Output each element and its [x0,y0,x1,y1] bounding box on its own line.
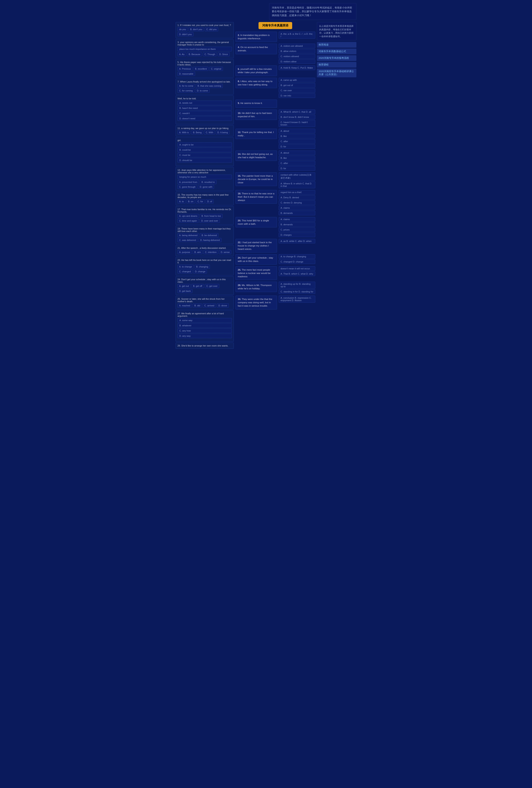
q8-opt-c[interactable]: C. ran over [279,88,315,93]
q18-opt-b[interactable]: C. denies D. denying [279,200,315,205]
q4-opt-a[interactable]: A. visitors are allowed [279,44,315,48]
q15-opt-a[interactable]: A. to [177,199,185,203]
q19-opt-c[interactable]: C. was delivered [177,238,198,242]
q11-opt-d[interactable]: D. It being [216,130,230,135]
q23-opt-a[interactable]: A. to change [177,264,194,269]
q3-opt-a[interactable]: A. As [177,52,186,56]
sidebar-link-apply[interactable]: 2020河南专升本的报考流程 [317,55,356,61]
q14-opt-c[interactable]: C. after [279,161,315,165]
q23-opt-d[interactable]: D. change [193,269,207,274]
q3-opt-c[interactable]: C. Though [203,52,217,56]
q10-opt-c[interactable]: C. haven't known D. hadn't known [279,120,315,127]
q24-opt-b[interactable]: C. changed D. change [279,259,315,264]
q25-opt-b[interactable]: B. did [193,303,202,308]
q6-opt[interactable]: A. Hold B. Keep C. Put D. Make [279,65,315,70]
sidebar-link-course[interactable]: 推荐课程 [317,62,356,67]
q24-opt-b[interactable]: B. get off [191,284,204,288]
q15-opt-d[interactable]: D. of [205,199,214,203]
q1-opt-a[interactable]: do you [177,27,188,32]
q15-opt-c[interactable]: C. for [196,199,205,203]
q13-opt-d[interactable]: D. gone with [198,185,214,189]
q19-opt-a[interactable]: A. being delivered [177,233,199,237]
q18-opt-c[interactable]: A. claims [279,205,315,210]
q11-opt-c[interactable]: C. With [204,130,215,135]
q8-opt-a[interactable]: A. came up with [279,78,315,82]
q5-opt-d[interactable]: D. reasonable [177,72,195,76]
q7-opt-b[interactable]: B. that she was coming [196,84,223,88]
q24-opt-a[interactable]: A. get out [177,284,191,288]
q21-opt-a[interactable]: A. purpose [177,250,192,254]
q14-opt-d[interactable]: D. for [279,166,315,171]
q13-opt-b[interactable]: B. resulted in [200,180,216,184]
q11b-opt-c[interactable]: C. must be [177,153,232,157]
sidebar-link-english-course[interactable]: 2020河南招专升本基础精讲课公共课（公共英语） [317,68,356,77]
q20-opt-d[interactable]: D. charges [279,233,315,237]
q23-opt-b[interactable]: B. changing [195,264,210,269]
q24-opt-d[interactable]: D. get back [177,289,193,293]
q8-opt-d[interactable]: D. ran into [279,93,315,98]
q1-opt-c[interactable]: C. did you [205,27,218,32]
q25-opt-a[interactable]: A. reached [177,303,192,308]
q3-opt-d[interactable]: D. Since [218,52,230,56]
q5-opt-b[interactable]: B. excellent [193,67,209,71]
sidebar-link-recommend[interactable]: 推荐阅读 [317,42,356,47]
q22-opt[interactable]: A. as B. while C. after D. when [279,239,315,243]
q10-opt-a[interactable]: A. What B. which C. that D. all [279,110,315,114]
q21-opt-d[interactable]: D. sense [219,250,231,254]
q12-opt-c[interactable]: C. after [279,139,315,144]
q17-opt-a[interactable]: A. ups and downs [177,214,199,218]
q4-opt-c[interactable]: C. visitors allowed [279,54,315,59]
q24-opt-c[interactable]: C. get over [205,284,219,288]
q20-opt-c[interactable]: C. prices [279,228,315,232]
q17-opt-b[interactable]: B. from head to toe [200,214,222,218]
q8-opt-b[interactable]: B. got out of [279,83,315,87]
q11-opt-a[interactable]: A. With is [177,130,190,135]
q27-opt-a[interactable]: A. some way [177,318,232,322]
q11b-opt-b[interactable]: B. could be [177,147,232,152]
q5-opt-c[interactable]: C. original [209,67,223,71]
q13-opt-c[interactable]: C. gone through [177,185,197,189]
q12-opt-a[interactable]: A. about [279,129,315,133]
q26-opt[interactable]: A. That B. which C. what D. why [279,272,315,276]
q21-opt-b[interactable]: B. aim [193,250,202,254]
q25-opt-d[interactable]: D. drove [217,303,229,308]
q14-opt-a[interactable]: A. about [279,151,315,155]
q24-opt-a[interactable]: A. to change B. changing [279,254,315,259]
q30-opt[interactable]: A. conclusion B. expression C. enjoyment… [279,296,315,303]
q16-opt[interactable]: A. Where B. in which C. that D. in that [279,181,315,188]
q21-opt-c[interactable]: C. intention [203,250,218,254]
q1-opt-b[interactable]: B. don't you [189,27,204,32]
q12-opt-d[interactable]: D. for [279,144,315,149]
q19-opt-b[interactable]: B. be delivered [200,233,218,237]
q25-opt-c[interactable]: C. arrived [203,303,216,308]
q7b-opt-d[interactable]: D. doesn't need [177,116,232,121]
q11b-opt-a[interactable]: A. ought to be [177,142,232,147]
q18-opt-a[interactable]: A. Deny B. denied [279,195,315,200]
q11b-opt-d[interactable]: D. should be [177,158,232,162]
q27-opt-c[interactable]: C. any how [177,329,232,333]
q18-opt-d[interactable]: B. demands [279,211,315,215]
q7b-opt-c[interactable]: C. needn't [177,111,232,116]
q4-opt-b[interactable]: B. allow visitors [279,49,315,54]
q28-opt-b[interactable]: C. standing in for D. standing for [279,289,315,294]
q13-opt-a[interactable]: A. prevented from [177,180,199,184]
q27-opt-b[interactable]: B. whatever [177,323,232,328]
q7-opt-d[interactable]: D. to come [195,88,210,93]
q19-opt-d[interactable]: D. having delivered [198,238,221,242]
q10-opt-b[interactable]: B. don't know B. didn't know [279,115,315,119]
q20-opt-a[interactable]: A. claims [279,217,315,221]
q20-opt-b[interactable]: B. demands [279,222,315,227]
q5-opt-a[interactable]: A. Previous [177,67,193,71]
q17-opt-d[interactable]: D. over and over [199,219,220,223]
q7-opt-a[interactable]: A. for to come [177,84,195,88]
q27-opt-d[interactable]: D. any way [177,334,232,338]
q3-opt-b[interactable]: B. Because [187,52,202,56]
q7b-opt-b[interactable]: B. hasn't the need [177,106,232,111]
q14-opt-b[interactable]: B. like [279,156,315,160]
q15-opt-b[interactable]: B. on [186,199,195,203]
q1-opt-d[interactable]: D. didn't you [177,32,194,36]
q7-opt-c[interactable]: C. for coming [177,88,194,93]
q2-opt-a[interactable]: A. the; a B. a; the C. / ; a D. the; / [279,32,315,39]
q17-opt-c[interactable]: C. time and again [177,219,199,223]
q4-opt-d[interactable]: D. visitors allow [279,59,315,64]
